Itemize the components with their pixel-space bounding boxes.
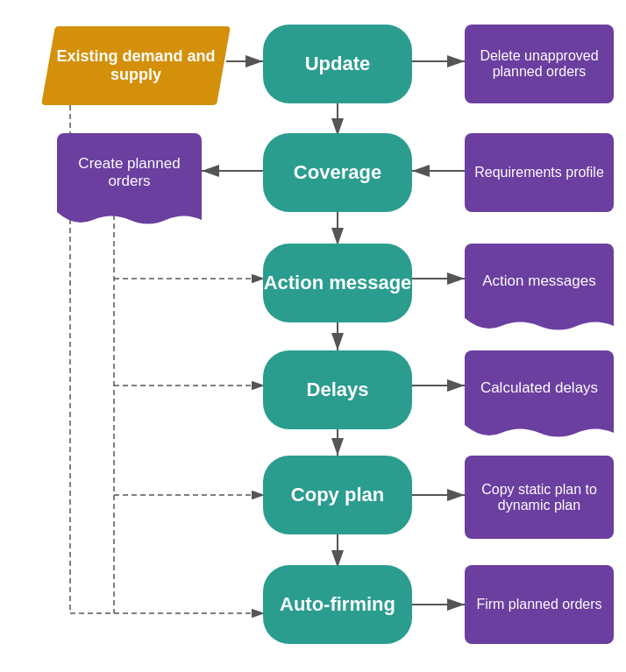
create-planned-node: Create planned orders <box>57 133 202 212</box>
calculated-delays-label: Calculated delays <box>480 379 598 397</box>
action-messages-wave <box>465 318 614 334</box>
action-message-node: Action message <box>263 244 412 322</box>
existing-demand-node: Existing demand and supply <box>41 26 231 105</box>
action-messages-node: Action messages <box>465 244 614 318</box>
requirements-profile-node: Requirements profile <box>465 133 614 212</box>
coverage-node: Coverage <box>263 133 412 212</box>
firm-planned-node: Firm planned orders <box>465 565 614 644</box>
firm-planned-label: Firm planned orders <box>476 597 601 612</box>
requirements-profile-label: Requirements profile <box>474 165 604 180</box>
copy-static-label: Copy static plan to dynamic plan <box>472 482 607 513</box>
calculated-delays-wave <box>465 425 614 441</box>
delete-unapproved-node: Delete unapproved planned orders <box>465 25 614 103</box>
delays-node: Delays <box>263 350 412 429</box>
coverage-label: Coverage <box>294 161 381 184</box>
create-planned-label: Create planned orders <box>64 155 195 190</box>
update-node: Update <box>263 25 412 103</box>
action-message-label: Action message <box>264 272 412 294</box>
diagram-container: Existing demand and supply Update Delete… <box>0 0 626 672</box>
copy-plan-node: Copy plan <box>263 456 412 534</box>
existing-demand-label: Existing demand and supply <box>48 47 224 84</box>
update-label: Update <box>305 53 371 75</box>
copy-plan-label: Copy plan <box>291 484 384 506</box>
delete-unapproved-label: Delete unapproved planned orders <box>472 48 607 80</box>
action-messages-label: Action messages <box>482 272 595 290</box>
delays-label: Delays <box>307 378 369 401</box>
calculated-delays-node: Calculated delays <box>465 350 614 425</box>
auto-firming-node: Auto-firming <box>263 565 412 644</box>
create-planned-wave <box>57 212 202 228</box>
auto-firming-label: Auto-firming <box>280 593 395 616</box>
copy-static-node: Copy static plan to dynamic plan <box>465 456 614 539</box>
